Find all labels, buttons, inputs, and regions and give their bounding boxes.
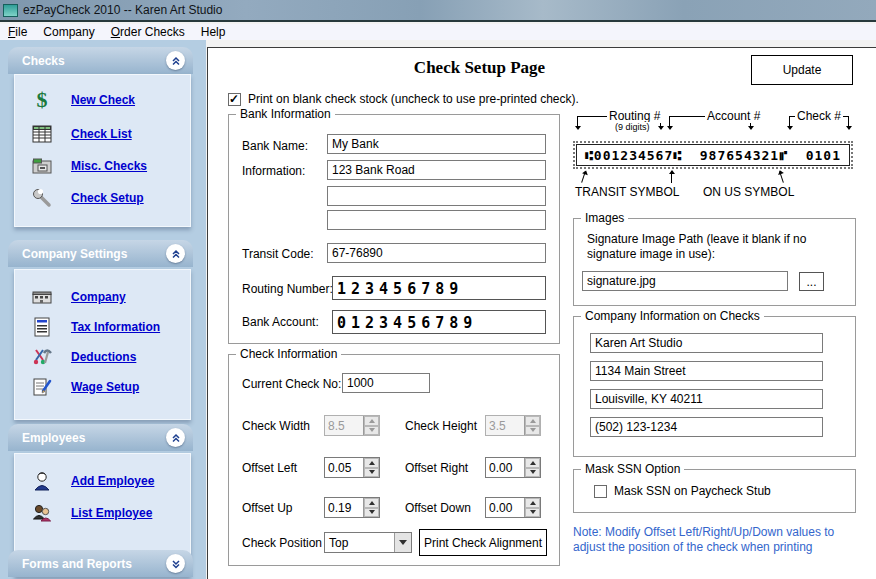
bank-name-label: Bank Name:: [242, 139, 308, 153]
sidebar-item-label: Wage Setup: [71, 380, 139, 394]
bank-account-input[interactable]: [332, 310, 546, 334]
transit-code-input[interactable]: [327, 243, 546, 263]
sidebar-item-company[interactable]: Company: [15, 282, 190, 312]
spin-up-button[interactable]: [364, 416, 379, 426]
company-name-input[interactable]: [590, 333, 823, 353]
title-bar: ezPayCheck 2010 -- Karen Art Studio: [0, 0, 876, 22]
spin-down-button[interactable]: [525, 508, 540, 518]
sidebar-item-deductions[interactable]: Deductions: [15, 342, 190, 372]
bank-account-label: Bank Account:: [242, 315, 319, 329]
check-position-select[interactable]: Top: [324, 532, 412, 553]
sidebar-item-wage-setup[interactable]: Wage Setup: [15, 372, 190, 402]
wrench-icon: [29, 187, 55, 209]
print-check-alignment-button[interactable]: Print Check Alignment: [419, 529, 547, 556]
section-title: Checks: [22, 54, 166, 68]
spin-down-button[interactable]: [364, 468, 379, 478]
collapse-employees-button[interactable]: [166, 428, 185, 447]
menu-company[interactable]: Company: [35, 24, 102, 40]
offset-note: Note: Modify Offset Left/Right/Up/Down v…: [573, 525, 851, 555]
sidebar-item-check-list[interactable]: Check List: [15, 119, 190, 149]
sidebar-item-list-employee[interactable]: List Employee: [15, 498, 190, 528]
offset-up-spinner[interactable]: [324, 497, 380, 518]
menu-file[interactable]: File: [0, 24, 35, 40]
print-blank-stock-label: Print on blank check stock (uncheck to u…: [248, 92, 579, 106]
sidebar-item-label: Check Setup: [71, 191, 144, 205]
images-group: Images Signature Image Path (leave it bl…: [573, 218, 856, 306]
offset-right-spinner[interactable]: [485, 457, 541, 478]
sidebar-item-label: Check List: [71, 127, 132, 141]
spin-up-button[interactable]: [525, 458, 540, 468]
print-blank-stock-row: Print on blank check stock (uncheck to u…: [228, 92, 579, 106]
check-height-label: Check Height: [405, 419, 477, 433]
expand-forms-reports-button[interactable]: [166, 554, 185, 573]
browse-signature-button[interactable]: ...: [799, 272, 824, 291]
sidebar: Checks $ New Check Check List Misc. Chec…: [0, 40, 206, 579]
sidebar-item-label: Add Employee: [71, 474, 154, 488]
images-legend: Images: [581, 211, 628, 225]
people-icon: [29, 502, 55, 524]
spin-down-button[interactable]: [364, 508, 379, 518]
bank-information-input-3[interactable]: [327, 210, 546, 230]
sidebar-item-check-setup[interactable]: Check Setup: [15, 183, 190, 213]
company-street-input[interactable]: [590, 361, 823, 381]
collapse-company-settings-button[interactable]: [166, 244, 185, 263]
check-width-spinner[interactable]: [324, 415, 380, 436]
sidebar-section-forms-reports-header[interactable]: Forms and Reports: [8, 550, 193, 577]
dollar-icon: $: [29, 89, 55, 111]
signature-path-input[interactable]: [582, 271, 788, 291]
sidebar-section-company-settings-header[interactable]: Company Settings: [8, 240, 193, 267]
app-window: ezPayCheck 2010 -- Karen Art Studio File…: [0, 0, 876, 579]
collapse-checks-button[interactable]: [166, 51, 185, 70]
printer-folder-icon: [29, 155, 55, 177]
account-callout-label: Account #: [705, 109, 762, 123]
print-blank-stock-checkbox[interactable]: [228, 93, 241, 106]
check-position-label: Check Position: [242, 536, 322, 550]
bank-information-input-1[interactable]: [327, 160, 546, 180]
spin-down-button[interactable]: [364, 426, 379, 436]
update-button[interactable]: Update: [751, 55, 853, 85]
dropdown-arrow-button[interactable]: [394, 533, 411, 552]
menu-help[interactable]: Help: [193, 24, 234, 40]
spin-up-button[interactable]: [364, 498, 379, 508]
offset-left-spinner[interactable]: [324, 457, 380, 478]
window-title: ezPayCheck 2010 -- Karen Art Studio: [23, 3, 222, 17]
offset-up-label: Offset Up: [242, 501, 292, 515]
offset-down-spinner[interactable]: [485, 497, 541, 518]
micr-sample-line: ⑆001234567⑆ 987654321⑈ 0101: [576, 144, 850, 166]
check-setup-page: Check Setup Page Update Print on blank c…: [207, 47, 876, 579]
company-phone-input[interactable]: [590, 417, 823, 437]
sidebar-item-misc-checks[interactable]: Misc. Checks: [15, 151, 190, 181]
menu-order-checks[interactable]: Order Checks: [103, 24, 193, 40]
bank-name-input[interactable]: [327, 134, 546, 154]
spin-down-button[interactable]: [525, 426, 540, 436]
routing-number-input[interactable]: [332, 276, 546, 300]
spin-up-button[interactable]: [525, 498, 540, 508]
spin-down-button[interactable]: [525, 468, 540, 478]
current-check-no-input[interactable]: [342, 373, 430, 393]
sidebar-section-checks-header[interactable]: Checks: [8, 47, 193, 74]
company-info-group: Company Information on Checks: [573, 316, 856, 457]
sidebar-item-label: Deductions: [71, 350, 136, 364]
mask-ssn-label: Mask SSN on Paycheck Stub: [614, 484, 771, 498]
company-city-input[interactable]: [590, 389, 823, 409]
sidebar-item-new-check[interactable]: $ New Check: [15, 85, 190, 115]
spin-up-button[interactable]: [364, 458, 379, 468]
chevron-up-icon: [171, 249, 181, 259]
sidebar-item-tax-information[interactable]: Tax Information: [15, 312, 190, 342]
chevron-up-icon: [171, 56, 181, 66]
transit-symbol-label: TRANSIT SYMBOL: [575, 185, 679, 199]
current-check-no-label: Current Check No:: [242, 377, 341, 391]
check-height-spinner[interactable]: [485, 415, 541, 436]
spin-up-button[interactable]: [525, 416, 540, 426]
sidebar-item-add-employee[interactable]: Add Employee: [15, 466, 190, 496]
chevron-down-icon: [171, 559, 181, 569]
onus-symbol-label: ON US SYMBOL: [703, 185, 794, 199]
bank-information-label: Information:: [242, 164, 305, 178]
micr-sample-diagram: Routing # (9 digits) Account # Check # ⑆…: [573, 111, 856, 211]
mask-ssn-checkbox[interactable]: [594, 485, 607, 498]
check-position-value: Top: [325, 536, 394, 550]
check-information-group: Check Information Current Check No: Chec…: [228, 354, 560, 566]
sidebar-section-employees-header[interactable]: Employees: [8, 424, 193, 451]
mask-ssn-legend: Mask SSN Option: [581, 462, 684, 476]
bank-information-input-2[interactable]: [327, 186, 546, 206]
